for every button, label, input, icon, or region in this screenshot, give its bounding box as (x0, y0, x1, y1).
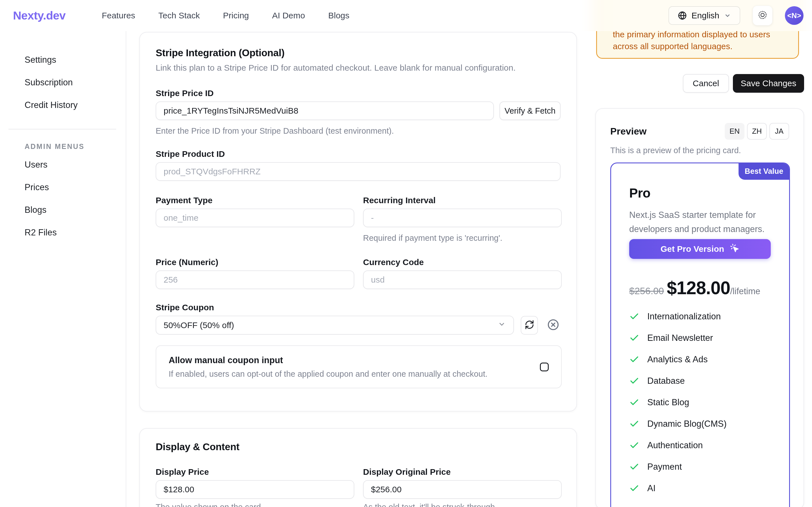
stripe-coupon-select[interactable]: 50%OFF (50% off) (156, 316, 514, 335)
user-avatar[interactable]: <N> (785, 6, 804, 25)
stripe-price-id-label: Stripe Price ID (156, 89, 561, 98)
manual-coupon-option-box: Allow manual coupon input If enabled, us… (156, 345, 562, 388)
nav-blogs[interactable]: Blogs (328, 11, 350, 20)
price-numeric-field: Price (Numeric) (156, 258, 354, 289)
stripe-price-id-helper: Enter the Price ID from your Stripe Dash… (156, 126, 561, 136)
preview-title: Preview (610, 126, 647, 137)
save-changes-button[interactable]: Save Changes (733, 74, 804, 93)
pointer-click-icon (730, 243, 739, 255)
display-card-title: Display & Content (156, 441, 561, 452)
main-nav: Features Tech Stack Pricing AI Demo Blog… (102, 11, 350, 20)
sidebar-item-r2-files[interactable]: R2 Files (0, 221, 126, 244)
stripe-product-id-label: Stripe Product ID (156, 149, 561, 159)
payment-type-field: Payment Type (156, 195, 354, 243)
sidebar-item-settings[interactable]: Settings (0, 49, 126, 71)
price-row: $256.00 $128.00 /lifetime (629, 278, 771, 298)
price-period: /lifetime (730, 286, 760, 296)
sidebar-item-users[interactable]: Users (0, 154, 126, 176)
recurring-interval-field: Recurring Interval Required if payment t… (363, 195, 562, 243)
stripe-price-id-input[interactable] (156, 102, 494, 120)
current-price: $128.00 (667, 278, 730, 298)
recurring-interval-label: Recurring Interval (363, 195, 562, 205)
display-original-price-label: Display Original Price (363, 467, 562, 477)
display-price-input[interactable] (156, 480, 354, 499)
check-icon (629, 376, 639, 386)
price-numeric-input[interactable] (156, 271, 354, 289)
verify-fetch-button[interactable]: Verify & Fetch (500, 102, 561, 120)
nav-tech-stack[interactable]: Tech Stack (159, 11, 200, 20)
feature-item: Email Newsletter (629, 333, 771, 343)
display-price-field: Display Price The value shown on the car… (156, 467, 354, 507)
sidebar-item-credit-history[interactable]: Credit History (0, 94, 126, 116)
plan-description: Next.js SaaS starter template for develo… (629, 208, 771, 236)
logo[interactable]: Nexty.dev (13, 9, 66, 22)
preview-panel: Preview EN ZH JA This is a preview of th… (595, 108, 804, 507)
check-icon (629, 354, 639, 364)
recurring-interval-input[interactable] (363, 209, 562, 227)
circle-x-icon (547, 318, 560, 332)
manual-coupon-checkbox[interactable] (540, 362, 549, 371)
feature-list: Internationalization Email Newsletter An… (629, 312, 771, 494)
check-icon (629, 462, 639, 472)
get-pro-version-button[interactable]: Get Pro Version (629, 239, 771, 259)
feature-item: AI (629, 483, 771, 494)
feature-item: Internationalization (629, 312, 771, 322)
preview-lang-tab-en[interactable]: EN (725, 123, 745, 139)
check-icon (629, 483, 639, 494)
cta-label: Get Pro Version (661, 244, 724, 254)
payment-type-input[interactable] (156, 209, 354, 227)
original-price: $256.00 (629, 285, 664, 296)
display-content-card: Display & Content Display Price The valu… (139, 428, 577, 507)
display-original-price-field: Display Original Price As the old text, … (363, 467, 562, 507)
language-label: English (692, 11, 719, 20)
clear-coupon-button[interactable] (546, 318, 561, 333)
sidebar-section-label: ADMIN MENUS (24, 143, 126, 151)
preview-lang-tab-zh[interactable]: ZH (747, 123, 767, 139)
language-selector[interactable]: English (669, 6, 740, 25)
display-original-price-helper: As the old text, it'll be struck-through… (363, 503, 562, 507)
stripe-card-subtitle: Link this plan to a Stripe Price ID for … (156, 63, 561, 73)
currency-code-label: Currency Code (363, 258, 562, 267)
display-price-label: Display Price (156, 467, 354, 477)
theme-toggle-button[interactable] (753, 6, 772, 25)
cancel-button[interactable]: Cancel (683, 74, 729, 93)
best-value-badge: Best Value (739, 163, 790, 180)
check-icon (629, 419, 639, 429)
feature-item: Payment (629, 462, 771, 472)
refresh-coupons-button[interactable] (521, 316, 538, 335)
top-navbar: Nexty.dev Features Tech Stack Pricing AI… (0, 0, 812, 31)
globe-icon (678, 11, 687, 20)
nav-features[interactable]: Features (102, 11, 135, 20)
stripe-coupon-value: 50%OFF (50% off) (164, 321, 234, 330)
stripe-card-title: Stripe Integration (Optional) (156, 47, 561, 58)
feature-item: Authentication (629, 440, 771, 450)
preview-lang-tab-ja[interactable]: JA (769, 123, 789, 139)
check-icon (629, 333, 639, 343)
refresh-icon (525, 320, 534, 330)
sidebar-item-prices[interactable]: Prices (0, 176, 126, 199)
currency-code-input[interactable] (363, 271, 562, 289)
preview-caption: This is a preview of the pricing card. (610, 146, 789, 155)
pricing-card-preview: Best Value Pro Next.js SaaS starter temp… (610, 163, 790, 507)
display-original-price-input[interactable] (363, 480, 562, 499)
stripe-coupon-label: Stripe Coupon (156, 303, 561, 312)
sidebar-item-blogs[interactable]: Blogs (0, 199, 126, 221)
check-icon (629, 312, 639, 322)
sun-icon (757, 10, 768, 21)
feature-item: Analytics & Ads (629, 354, 771, 364)
price-numeric-label: Price (Numeric) (156, 258, 354, 267)
chevron-down-icon (724, 12, 731, 19)
stripe-product-id-input[interactable] (156, 162, 561, 181)
plan-name: Pro (629, 185, 771, 201)
feature-item: Dynamic Blog(CMS) (629, 419, 771, 429)
sidebar-divider (8, 129, 116, 129)
manual-coupon-description: If enabled, users can opt-out of the app… (169, 370, 488, 379)
nav-pricing[interactable]: Pricing (223, 11, 249, 20)
app-root: the primary information displayed to use… (0, 0, 812, 507)
display-price-helper: The value shown on the card. (156, 503, 354, 507)
avatar-initials: <N> (787, 11, 801, 20)
sidebar-item-subscription[interactable]: Subscription (0, 71, 126, 94)
header-controls: English <N> (669, 6, 804, 25)
recurring-interval-helper: Required if payment type is 'recurring'. (363, 233, 562, 243)
nav-ai-demo[interactable]: AI Demo (272, 11, 305, 20)
